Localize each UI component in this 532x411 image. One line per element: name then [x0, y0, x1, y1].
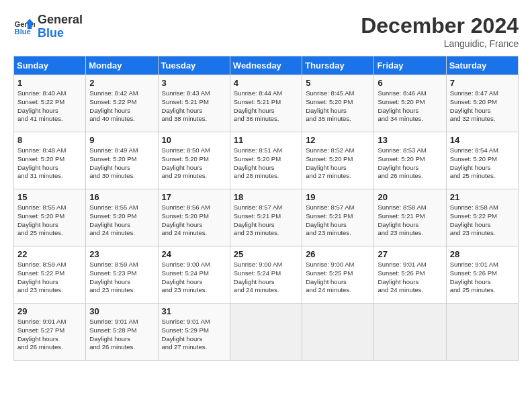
day-cell: 6 Sunrise: 8:46 AM Sunset: 5:20 PM Dayli… — [374, 75, 446, 132]
cell-info: Sunrise: 8:54 AM Sunset: 5:20 PM Dayligh… — [450, 146, 515, 181]
day-cell: 5 Sunrise: 8:45 AM Sunset: 5:20 PM Dayli… — [302, 75, 374, 132]
cell-info: Sunrise: 8:55 AM Sunset: 5:20 PM Dayligh… — [17, 203, 82, 238]
day-number: 3 — [162, 78, 226, 88]
day-cell: 4 Sunrise: 8:44 AM Sunset: 5:21 PM Dayli… — [230, 75, 302, 132]
day-cell: 2 Sunrise: 8:42 AM Sunset: 5:22 PM Dayli… — [86, 75, 158, 132]
day-number: 6 — [378, 78, 442, 88]
cell-info: Sunrise: 8:44 AM Sunset: 5:21 PM Dayligh… — [234, 89, 298, 124]
cell-info: Sunrise: 8:57 AM Sunset: 5:21 PM Dayligh… — [234, 203, 298, 238]
day-number: 28 — [450, 249, 515, 259]
day-cell: 16 Sunrise: 8:55 AM Sunset: 5:20 PM Dayl… — [86, 189, 158, 246]
cell-info: Sunrise: 8:49 AM Sunset: 5:20 PM Dayligh… — [89, 146, 154, 181]
cell-info: Sunrise: 8:58 AM Sunset: 5:21 PM Dayligh… — [378, 203, 442, 238]
cell-info: Sunrise: 9:00 AM Sunset: 5:24 PM Dayligh… — [162, 261, 226, 295]
day-number: 30 — [89, 306, 154, 316]
col-tuesday: Tuesday — [158, 56, 230, 75]
day-number: 25 — [234, 249, 298, 259]
day-number: 10 — [162, 135, 226, 145]
empty-cell — [302, 304, 374, 361]
day-cell: 17 Sunrise: 8:56 AM Sunset: 5:20 PM Dayl… — [158, 189, 230, 246]
cell-info: Sunrise: 8:48 AM Sunset: 5:20 PM Dayligh… — [17, 146, 82, 181]
day-number: 13 — [378, 135, 442, 145]
day-number: 20 — [378, 192, 442, 202]
col-saturday: Saturday — [446, 56, 518, 75]
day-number: 17 — [162, 192, 226, 202]
day-number: 23 — [89, 249, 154, 259]
day-number: 29 — [17, 306, 82, 316]
day-number: 19 — [306, 192, 370, 202]
logo-text: General Blue — [38, 13, 83, 40]
day-cell: 13 Sunrise: 8:53 AM Sunset: 5:20 PM Dayl… — [374, 132, 446, 189]
cell-info: Sunrise: 8:40 AM Sunset: 5:22 PM Dayligh… — [17, 89, 82, 124]
day-number: 14 — [450, 135, 515, 145]
day-number: 12 — [306, 135, 370, 145]
cell-info: Sunrise: 8:59 AM Sunset: 5:23 PM Dayligh… — [89, 261, 154, 295]
day-cell: 11 Sunrise: 8:51 AM Sunset: 5:20 PM Dayl… — [230, 132, 302, 189]
cell-info: Sunrise: 8:53 AM Sunset: 5:20 PM Dayligh… — [378, 146, 442, 181]
day-number: 21 — [450, 192, 515, 202]
day-number: 4 — [234, 78, 298, 88]
day-number: 31 — [162, 306, 226, 316]
day-number: 1 — [17, 78, 82, 88]
svg-text:General: General — [15, 20, 35, 28]
cell-info: Sunrise: 8:56 AM Sunset: 5:20 PM Dayligh… — [162, 203, 226, 238]
col-thursday: Thursday — [302, 56, 374, 75]
day-cell: 3 Sunrise: 8:43 AM Sunset: 5:21 PM Dayli… — [158, 75, 230, 132]
logo: General Blue General Blue — [13, 13, 83, 40]
col-wednesday: Wednesday — [230, 56, 302, 75]
day-cell: 19 Sunrise: 8:57 AM Sunset: 5:21 PM Dayl… — [302, 189, 374, 246]
month-title: December 2024 — [361, 13, 519, 38]
day-number: 5 — [306, 78, 370, 88]
day-cell: 14 Sunrise: 8:54 AM Sunset: 5:20 PM Dayl… — [446, 132, 518, 189]
day-cell: 31 Sunrise: 9:01 AM Sunset: 5:29 PM Dayl… — [158, 304, 230, 361]
day-number: 8 — [17, 135, 82, 145]
calendar-table: Sunday Monday Tuesday Wednesday Thursday… — [13, 56, 519, 361]
calendar-week-row: 15 Sunrise: 8:55 AM Sunset: 5:20 PM Dayl… — [14, 189, 519, 246]
cell-info: Sunrise: 9:01 AM Sunset: 5:27 PM Dayligh… — [17, 318, 82, 352]
cell-info: Sunrise: 8:42 AM Sunset: 5:22 PM Dayligh… — [89, 89, 154, 124]
location: Languidic, France — [361, 38, 519, 49]
cell-info: Sunrise: 9:00 AM Sunset: 5:25 PM Dayligh… — [306, 261, 370, 295]
col-monday: Monday — [86, 56, 158, 75]
cell-info: Sunrise: 9:01 AM Sunset: 5:28 PM Dayligh… — [89, 318, 154, 352]
empty-cell — [446, 304, 518, 361]
calendar-week-row: 8 Sunrise: 8:48 AM Sunset: 5:20 PM Dayli… — [14, 132, 519, 189]
day-cell: 10 Sunrise: 8:50 AM Sunset: 5:20 PM Dayl… — [158, 132, 230, 189]
day-cell: 24 Sunrise: 9:00 AM Sunset: 5:24 PM Dayl… — [158, 246, 230, 304]
day-cell: 30 Sunrise: 9:01 AM Sunset: 5:28 PM Dayl… — [86, 304, 158, 361]
cell-info: Sunrise: 8:52 AM Sunset: 5:20 PM Dayligh… — [306, 146, 370, 181]
logo-icon: General Blue — [13, 16, 35, 38]
day-number: 18 — [234, 192, 298, 202]
cell-info: Sunrise: 8:55 AM Sunset: 5:20 PM Dayligh… — [89, 203, 154, 238]
page-header: General Blue General Blue December 2024 … — [13, 13, 519, 49]
cell-info: Sunrise: 8:51 AM Sunset: 5:20 PM Dayligh… — [234, 146, 298, 181]
day-number: 16 — [89, 192, 154, 202]
cell-info: Sunrise: 8:46 AM Sunset: 5:20 PM Dayligh… — [378, 89, 442, 124]
day-cell: 25 Sunrise: 9:00 AM Sunset: 5:24 PM Dayl… — [230, 246, 302, 304]
day-cell: 29 Sunrise: 9:01 AM Sunset: 5:27 PM Dayl… — [14, 304, 86, 361]
cell-info: Sunrise: 8:47 AM Sunset: 5:20 PM Dayligh… — [450, 89, 515, 124]
empty-cell — [230, 304, 302, 361]
cell-info: Sunrise: 8:43 AM Sunset: 5:21 PM Dayligh… — [162, 89, 226, 124]
day-number: 2 — [89, 78, 154, 88]
day-cell: 7 Sunrise: 8:47 AM Sunset: 5:20 PM Dayli… — [446, 75, 518, 132]
day-cell: 15 Sunrise: 8:55 AM Sunset: 5:20 PM Dayl… — [14, 189, 86, 246]
day-cell: 23 Sunrise: 8:59 AM Sunset: 5:23 PM Dayl… — [86, 246, 158, 304]
cell-info: Sunrise: 8:59 AM Sunset: 5:22 PM Dayligh… — [17, 261, 82, 295]
day-number: 22 — [17, 249, 82, 259]
cell-info: Sunrise: 9:01 AM Sunset: 5:29 PM Dayligh… — [162, 318, 226, 352]
calendar-header-row: Sunday Monday Tuesday Wednesday Thursday… — [14, 56, 519, 75]
day-cell: 27 Sunrise: 9:01 AM Sunset: 5:26 PM Dayl… — [374, 246, 446, 304]
day-number: 26 — [306, 249, 370, 259]
day-number: 15 — [17, 192, 82, 202]
day-number: 27 — [378, 249, 442, 259]
day-number: 7 — [450, 78, 515, 88]
day-cell: 26 Sunrise: 9:00 AM Sunset: 5:25 PM Dayl… — [302, 246, 374, 304]
empty-cell — [374, 304, 446, 361]
day-cell: 20 Sunrise: 8:58 AM Sunset: 5:21 PM Dayl… — [374, 189, 446, 246]
cell-info: Sunrise: 9:01 AM Sunset: 5:26 PM Dayligh… — [450, 261, 515, 295]
day-cell: 22 Sunrise: 8:59 AM Sunset: 5:22 PM Dayl… — [14, 246, 86, 304]
col-sunday: Sunday — [14, 56, 86, 75]
day-number: 11 — [234, 135, 298, 145]
day-cell: 8 Sunrise: 8:48 AM Sunset: 5:20 PM Dayli… — [14, 132, 86, 189]
